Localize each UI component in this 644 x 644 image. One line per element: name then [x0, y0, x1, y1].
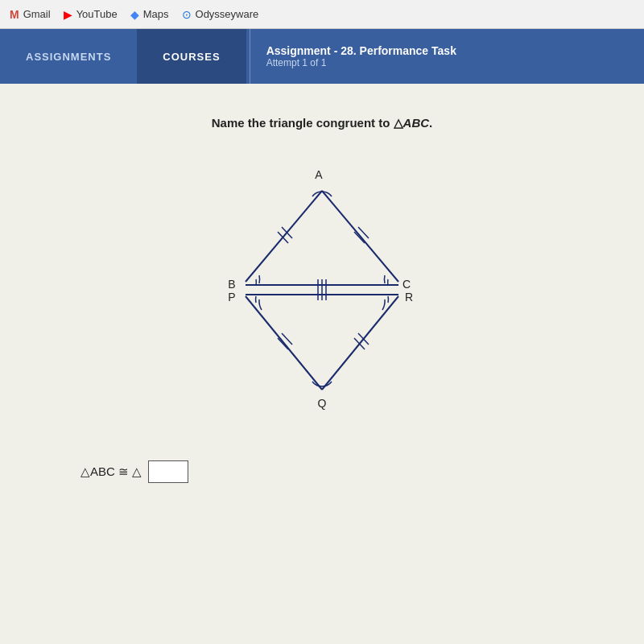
- answer-area: △ABC ≅ △: [48, 460, 596, 483]
- svg-text:B: B: [228, 278, 235, 291]
- odysseyware-label: Odysseyware: [196, 8, 259, 20]
- assignment-info: Assignment - 28. Performance Task Attemp…: [250, 29, 473, 84]
- svg-text:Q: Q: [318, 397, 327, 410]
- question-text: Name the triangle congruent to △ABC.: [48, 116, 596, 130]
- odysseyware-tab[interactable]: ⊙ Odysseyware: [182, 8, 259, 21]
- svg-line-8: [354, 232, 365, 243]
- main-content: Name the triangle congruent to △ABC. A B…: [0, 84, 644, 644]
- triangle-diagram: A B C: [193, 155, 451, 428]
- odysseyware-icon: ⊙: [182, 8, 192, 21]
- svg-line-13: [246, 296, 322, 390]
- answer-label: △ABC ≅ △: [80, 464, 142, 479]
- gmail-icon: M: [10, 8, 19, 21]
- diagram-container: A B C: [48, 155, 596, 428]
- svg-text:A: A: [315, 168, 323, 181]
- courses-tab[interactable]: COURSES: [137, 29, 246, 84]
- courses-label: COURSES: [163, 51, 220, 63]
- gmail-label: Gmail: [23, 8, 51, 20]
- assignments-label: ASSIGNMENTS: [26, 51, 111, 63]
- youtube-tab[interactable]: ▶ YouTube: [64, 8, 118, 21]
- svg-text:R: R: [405, 291, 413, 303]
- nav-bar: ASSIGNMENTS COURSES Assignment - 28. Per…: [0, 29, 644, 84]
- maps-tab[interactable]: ◆ Maps: [130, 8, 169, 21]
- gmail-tab[interactable]: M Gmail: [10, 8, 51, 21]
- assignment-attempt: Attempt 1 of 1: [266, 57, 456, 68]
- maps-icon: ◆: [130, 8, 139, 21]
- svg-line-0: [246, 191, 322, 282]
- maps-label: Maps: [143, 8, 169, 20]
- youtube-icon: ▶: [64, 8, 72, 21]
- svg-text:C: C: [402, 278, 411, 291]
- browser-toolbar: M Gmail ▶ YouTube ◆ Maps ⊙ Odysseyware: [0, 0, 644, 29]
- svg-text:P: P: [228, 291, 235, 303]
- svg-line-1: [322, 191, 398, 282]
- assignments-tab[interactable]: ASSIGNMENTS: [0, 29, 137, 84]
- assignment-title: Assignment - 28. Performance Task: [266, 44, 456, 57]
- youtube-label: YouTube: [76, 8, 118, 20]
- svg-line-14: [322, 296, 398, 390]
- answer-input[interactable]: [148, 460, 188, 483]
- svg-line-19: [278, 338, 288, 349]
